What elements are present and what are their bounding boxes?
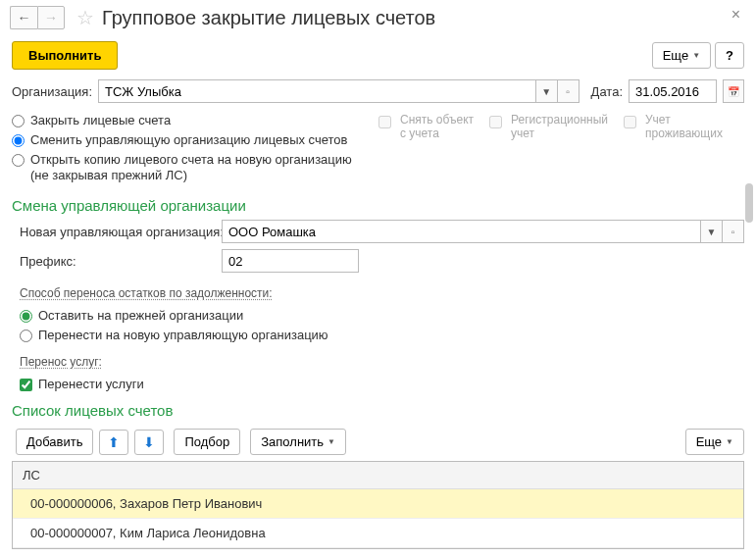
prefix-label: Префикс: [20, 254, 216, 269]
radio-change-org[interactable] [12, 134, 25, 147]
radio-close-accounts-label: Закрыть лицевые счета [30, 113, 171, 128]
table-row[interactable]: 00-000000007, Ким Лариса Леонидовна [13, 519, 743, 548]
arrow-right-icon: → [44, 10, 58, 25]
check-living-label: Учет проживающих [645, 113, 723, 140]
fill-label: Заполнить [261, 434, 324, 449]
nav-forward-button[interactable]: → [37, 6, 65, 29]
org-open-button[interactable]: ▫ [558, 79, 580, 103]
check-remove-object [378, 116, 391, 128]
arrow-down-icon: ⬇ [143, 434, 155, 450]
date-input[interactable] [629, 79, 717, 103]
radio-balance-move-label: Перенести на новую управляющую организац… [38, 328, 328, 343]
radio-copy-account[interactable] [12, 154, 25, 167]
check-registration [489, 116, 502, 128]
chevron-down-icon: ▼ [692, 51, 700, 60]
radio-balance-keep[interactable] [20, 310, 32, 323]
execute-button[interactable]: Выполнить [12, 41, 118, 70]
move-down-button[interactable]: ⬇ [134, 430, 164, 455]
accounts-table: ЛС 00-000000006, Захаров Петр Иванович 0… [12, 461, 744, 549]
more-button[interactable]: Еще ▼ [652, 42, 711, 69]
list-more-label: Еще [696, 434, 722, 449]
move-up-button[interactable]: ⬆ [99, 430, 128, 455]
radio-copy-account-label: Открыть копию лицевого счета на новую ор… [30, 152, 352, 183]
calendar-icon: 📅 [728, 86, 739, 97]
check-transfer-services-label: Перенести услуги [38, 377, 144, 392]
radio-balance-move[interactable] [20, 330, 32, 342]
radio-close-accounts[interactable] [12, 115, 25, 127]
section-change-title: Смена управляющей организации [12, 197, 744, 214]
add-button[interactable]: Добавить [16, 429, 93, 455]
chevron-down-icon: ▼ [726, 437, 733, 446]
table-row[interactable]: 00-000000006, Захаров Петр Иванович [13, 489, 743, 519]
arrow-left-icon: ← [18, 10, 31, 25]
org-dropdown-button[interactable]: ▼ [536, 79, 558, 103]
more-label: Еще [663, 48, 688, 63]
check-living [624, 116, 636, 128]
balance-method-label: Способ переноса остатков по задолженност… [20, 286, 273, 300]
nav-back-button[interactable]: ← [10, 6, 37, 29]
list-more-button[interactable]: Еще ▼ [685, 429, 744, 455]
new-org-label: Новая управляющая организация: [20, 225, 216, 239]
radio-change-org-label: Сменить управляющую организацию лицевых … [30, 132, 347, 148]
page-title: Групповое закрытие лицевых счетов [102, 7, 435, 29]
organization-input[interactable] [98, 79, 536, 103]
scrollbar[interactable] [745, 183, 753, 223]
check-remove-object-label: Снять объект с учета [400, 113, 474, 140]
new-org-dropdown-button[interactable]: ▼ [701, 220, 723, 243]
chevron-down-icon: ▼ [328, 437, 335, 446]
radio-balance-keep-label: Оставить на прежней организации [38, 308, 243, 324]
arrow-up-icon: ⬆ [108, 434, 120, 450]
new-org-input[interactable] [222, 220, 701, 243]
prefix-input[interactable] [222, 249, 359, 273]
pick-button[interactable]: Подбор [174, 429, 240, 455]
calendar-button[interactable]: 📅 [723, 79, 744, 103]
section-list-title: Список лицевых счетов [12, 402, 744, 419]
check-transfer-services[interactable] [20, 379, 32, 391]
new-org-open-button[interactable]: ▫ [723, 220, 744, 243]
check-registration-label: Регистрационный учет [511, 113, 608, 140]
org-label: Организация: [12, 84, 92, 99]
help-button[interactable]: ? [715, 42, 744, 69]
date-label: Дата: [591, 84, 623, 99]
close-icon[interactable]: × [731, 6, 740, 24]
favorite-star-icon[interactable]: ☆ [76, 6, 94, 29]
fill-button[interactable]: Заполнить ▼ [250, 429, 346, 455]
services-transfer-label: Перенос услуг: [20, 355, 102, 369]
table-column-header[interactable]: ЛС [13, 462, 743, 489]
